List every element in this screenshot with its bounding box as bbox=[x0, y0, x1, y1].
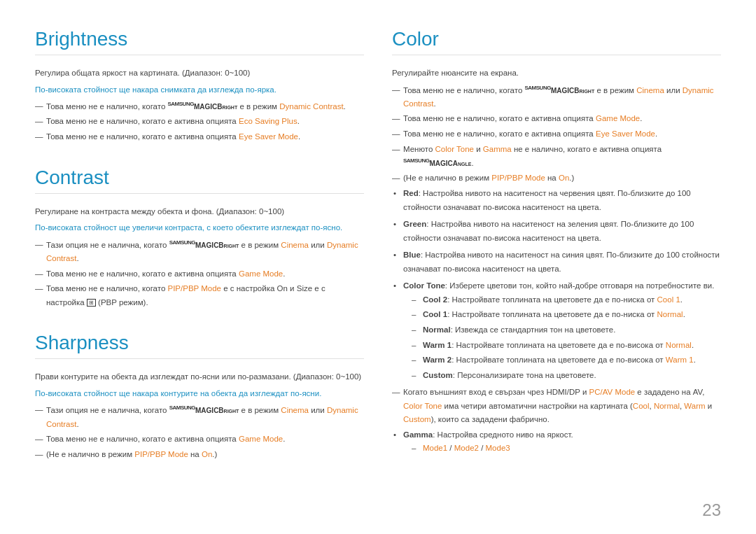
cool2-sub: Cool 2: Настройвате топлината на цветове… bbox=[403, 293, 721, 307]
brightness-section: Brightness Регулира общата яркост на кар… bbox=[35, 28, 364, 144]
normal-ref-1: Normal bbox=[657, 310, 683, 318]
sharpness-body: Прави контурите на обекта да изглеждат п… bbox=[35, 370, 364, 461]
warm1-sub: Warm 1: Настройвате топлината на цветове… bbox=[403, 339, 721, 353]
color-dash-4: Менюто Color Tone и Gamma не е налично, … bbox=[392, 143, 721, 171]
red-label: Red bbox=[403, 189, 419, 197]
normal-sub: Normal: Извежда се стандартния тон на цв… bbox=[403, 323, 721, 337]
mode2-link: Mode2 bbox=[454, 444, 479, 452]
normal-ref-2: Normal bbox=[666, 341, 692, 349]
contrast-title: Contrast bbox=[35, 167, 364, 194]
normal-label: Normal bbox=[423, 325, 451, 334]
eye-saver-link-c: Eye Saver Mode bbox=[596, 129, 655, 138]
normal-ref-3: Normal bbox=[654, 402, 680, 410]
color-tone-link-1: Color Tone bbox=[435, 145, 474, 153]
sharpness-dash-2: Това меню не е налично, когато е активна… bbox=[35, 433, 364, 447]
custom-label: Custom bbox=[423, 371, 453, 379]
dynamic-contrast-link: Dynamic Contrast bbox=[279, 102, 343, 111]
cinema-link-1: Cinema bbox=[281, 240, 309, 248]
brightness-dash-1: Това меню не е налично, когато SAMSUNGMA… bbox=[35, 99, 364, 113]
left-column: Brightness Регулира общата яркост на кар… bbox=[35, 28, 364, 506]
brightness-title: Brightness bbox=[35, 28, 364, 55]
cinema-link-2: Cinema bbox=[281, 406, 309, 414]
eco-saving-link: Eco Saving Plus bbox=[239, 117, 298, 125]
hdmi-dp-dash: Когато външният вход е свързан чрез HDMI… bbox=[392, 386, 721, 427]
pip-pbp-mode-link-3: PIP/PBP Mode bbox=[491, 174, 545, 182]
sharpness-dash-3: (Не е налично в режим PIP/PBP Mode на On… bbox=[35, 448, 364, 462]
gamma-bullet: Gamma: Настройва средното ниво на яркост… bbox=[392, 428, 721, 456]
pc-av-mode-link: PC/AV Mode bbox=[589, 388, 636, 396]
custom-ref: Custom bbox=[403, 415, 431, 423]
custom-sub: Custom: Персонализирате тона на цветовет… bbox=[403, 369, 721, 383]
game-mode-link-3: Game Mode bbox=[596, 114, 640, 122]
gamma-link-1: Gamma bbox=[483, 145, 512, 153]
color-intro: Регулирайте нюансите на екрана. bbox=[392, 66, 721, 80]
warm1-ref: Warm 1 bbox=[666, 356, 694, 364]
magic-bright-word-4: MAGICBright bbox=[551, 86, 594, 94]
cool-ref: Cool bbox=[633, 402, 650, 410]
mode3-link: Mode3 bbox=[486, 444, 510, 452]
samsung-magic-brand: SAMSUNG bbox=[167, 101, 193, 107]
cinema-link-3: Cinema bbox=[636, 85, 664, 94]
color-section: Color Регулирайте нюансите на екрана. То… bbox=[392, 28, 721, 456]
color-tone-bullet: Color Tone: Изберете цветови тон, който … bbox=[392, 279, 721, 382]
green-label: Green bbox=[403, 220, 426, 228]
cool1-ref: Cool 1 bbox=[657, 295, 680, 304]
brightness-text-1: Регулира общата яркост на картината. (Ди… bbox=[35, 66, 364, 80]
contrast-text-2: По-високата стойност ще увеличи контраст… bbox=[35, 221, 364, 235]
color-dash-5: (Не е налично в режим PIP/PBP Mode на On… bbox=[392, 171, 721, 185]
color-tone-label: Color Tone bbox=[403, 281, 445, 290]
warm2-sub: Warm 2: Настройвате топлината на цветове… bbox=[403, 353, 721, 367]
magic-bright-word-3: MAGICBright bbox=[195, 407, 239, 414]
mode1-link: Mode1 bbox=[423, 444, 447, 452]
warm2-label: Warm 2 bbox=[423, 356, 451, 364]
samsung-magic-brand-5: SAMSUNG bbox=[403, 157, 429, 164]
game-mode-link-1: Game Mode bbox=[239, 269, 283, 278]
on-link: On bbox=[202, 450, 212, 458]
magic-bright-word: MAGICBright bbox=[194, 103, 237, 111]
right-column: Color Регулирайте нюансите на екрана. То… bbox=[392, 28, 721, 506]
page: Brightness Регулира общата яркост на кар… bbox=[0, 0, 756, 534]
samsung-magic-brand-3: SAMSUNG bbox=[169, 405, 195, 411]
warm-ref: Warm bbox=[684, 402, 705, 410]
magic-angle-word: MAGICAngle bbox=[429, 160, 471, 167]
sharpness-text-1: Прави контурите на обекта да изглеждат п… bbox=[35, 370, 364, 384]
color-body: Регулирайте нюансите на екрана. Това мен… bbox=[392, 66, 721, 456]
cool2-label: Cool 2 bbox=[423, 295, 447, 304]
gamma-label: Gamma bbox=[403, 430, 433, 439]
green-bullet: Green: Настройва нивото на наситеност на… bbox=[392, 218, 721, 245]
color-tone-link-2: Color Tone bbox=[403, 402, 442, 410]
contrast-section: Contrast Регулиране на контраста между о… bbox=[35, 167, 364, 310]
cool1-sub: Cool 1: Настройвате топлината на цветове… bbox=[403, 308, 721, 322]
contrast-dash-2: Това меню не е налично, когато е активна… bbox=[35, 267, 364, 281]
brightness-body: Регулира общата яркост на картината. (Ди… bbox=[35, 66, 364, 144]
color-dash-1: Това меню не е налично, когато SAMSUNGMA… bbox=[392, 83, 721, 111]
blue-bullet: Blue: Настройва нивото на наситеност на … bbox=[392, 248, 721, 276]
color-title: Color bbox=[392, 28, 721, 55]
game-mode-link-2: Game Mode bbox=[239, 435, 283, 443]
warm1-label: Warm 1 bbox=[423, 341, 451, 349]
brightness-dash-2: Това меню не е налично, когато е активна… bbox=[35, 115, 364, 129]
gamma-modes-sub: Mode1 / Mode2 / Mode3 bbox=[403, 442, 721, 456]
color-dash-3: Това меню не е налично, когато е активна… bbox=[392, 127, 721, 141]
brightness-dash-3: Това меню не е налично, когато е активна… bbox=[35, 130, 364, 144]
contrast-text-1: Регулиране на контраста между обекта и ф… bbox=[35, 205, 364, 219]
sharpness-text-2: По-високата стойност ще накара контурите… bbox=[35, 387, 364, 401]
sharpness-title: Sharpness bbox=[35, 332, 364, 359]
pip-pbp-mode-link-2: PIP/PBP Mode bbox=[134, 450, 188, 458]
samsung-magic-brand-4: SAMSUNG bbox=[524, 85, 550, 91]
brightness-text-2: По-високата стойност ще накара снимката … bbox=[35, 83, 364, 97]
contrast-body: Регулиране на контраста между обекта и ф… bbox=[35, 205, 364, 310]
contrast-dash-1: Тази опция не е налична, когато SAMSUNGM… bbox=[35, 238, 364, 266]
on-link-2: On bbox=[559, 174, 569, 182]
pbp-icon: ⊞ bbox=[87, 299, 96, 307]
sharpness-section: Sharpness Прави контурите на обекта да и… bbox=[35, 332, 364, 461]
blue-label: Blue bbox=[403, 251, 421, 259]
red-bullet: Red: Настройва нивото на наситеност на ч… bbox=[392, 187, 721, 214]
contrast-dash-3: Това меню не е налично, когато PIP/PBP M… bbox=[35, 282, 364, 309]
magic-bright-word-2: MAGICBright bbox=[195, 241, 239, 248]
page-number: 23 bbox=[702, 500, 721, 520]
samsung-magic-brand-2: SAMSUNG bbox=[169, 239, 195, 246]
color-dash-2: Това меню не е налично, когато е активна… bbox=[392, 112, 721, 126]
eye-saver-link-b: Eye Saver Mode bbox=[239, 132, 298, 141]
cool1-label: Cool 1 bbox=[423, 310, 447, 318]
